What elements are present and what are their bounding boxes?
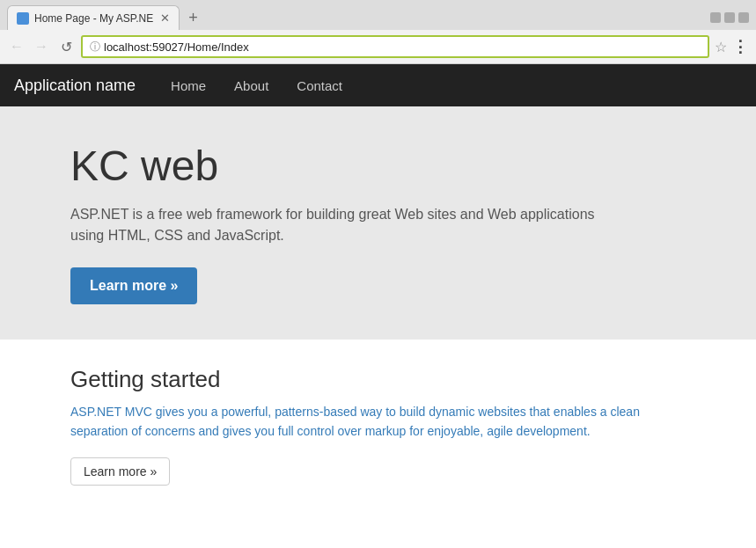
forward-button[interactable]: → [32, 37, 51, 56]
nav-links: Home About Contact [157, 66, 356, 106]
browser-chrome: Home Page - My ASP.NE ✕ + ← → ↺ ⓘ localh… [0, 0, 756, 64]
bookmark-button[interactable]: ☆ [715, 39, 727, 55]
refresh-button[interactable]: ↺ [56, 37, 76, 56]
url-text: localhost:59027/Home/Index [104, 40, 249, 54]
getting-started-title: Getting started [70, 366, 686, 393]
nav-about-link[interactable]: About [220, 66, 283, 106]
hero-section: KC web ASP.NET is a free web framework f… [0, 106, 756, 340]
nav-home-link[interactable]: Home [157, 66, 220, 106]
tab-close-button[interactable]: ✕ [160, 11, 170, 25]
window-controls [710, 12, 749, 23]
close-button[interactable] [738, 12, 749, 23]
tab-favicon [17, 12, 29, 25]
app-navbar: Application name Home About Contact [0, 64, 756, 106]
address-bar-row: ← → ↺ ⓘ localhost:59027/Home/Index ☆ ⋮ [0, 30, 756, 63]
hero-learn-more-button[interactable]: Learn more » [70, 267, 197, 304]
address-bar[interactable]: ⓘ localhost:59027/Home/Index [81, 35, 709, 58]
hero-description: ASP.NET is a free web framework for buil… [70, 204, 598, 246]
getting-started-learn-more-button[interactable]: Learn more » [70, 457, 170, 486]
new-tab-button[interactable]: + [183, 9, 203, 27]
back-button[interactable]: ← [7, 37, 26, 56]
getting-started-text: ASP.NET MVC gives you a powerful, patter… [70, 402, 686, 442]
app-brand-link[interactable]: Application name [14, 77, 136, 95]
main-content: Getting started ASP.NET MVC gives you a … [0, 340, 756, 512]
nav-contact-link[interactable]: Contact [283, 66, 356, 106]
chrome-menu-button[interactable]: ⋮ [732, 37, 749, 56]
maximize-button[interactable] [724, 12, 735, 23]
lock-icon: ⓘ [90, 40, 100, 55]
tab-title: Home Page - My ASP.NE [34, 12, 153, 25]
tab-bar: Home Page - My ASP.NE ✕ + [0, 0, 756, 30]
browser-tab[interactable]: Home Page - My ASP.NE ✕ [7, 5, 180, 30]
minimize-button[interactable] [710, 12, 721, 23]
hero-title: KC web [70, 142, 686, 190]
